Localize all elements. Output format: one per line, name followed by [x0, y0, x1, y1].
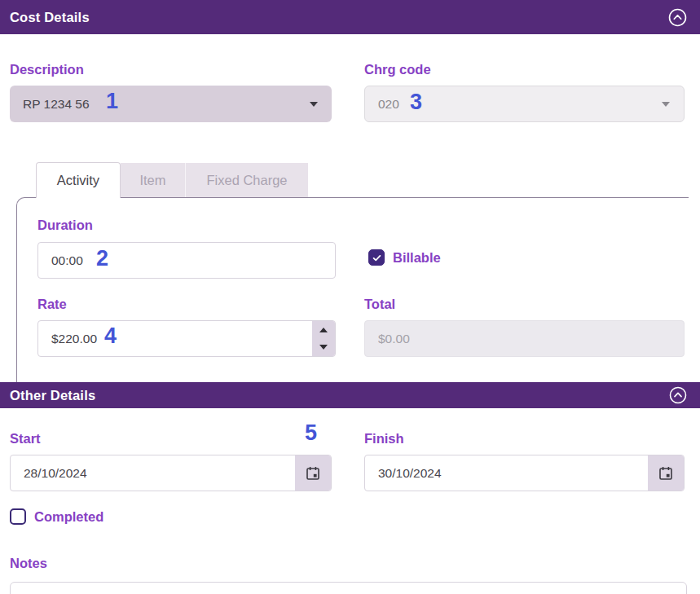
- completed-checkbox-row: Completed: [10, 508, 103, 525]
- notes-textarea[interactable]: [10, 582, 687, 594]
- description-label: Description: [10, 62, 84, 77]
- tab-item[interactable]: Item: [121, 163, 186, 197]
- annotation-mark-2: 2: [96, 248, 108, 270]
- finish-calendar-button[interactable]: [648, 455, 684, 491]
- start-date-value: 28/10/2024: [24, 455, 87, 491]
- description-value: RP 1234 56: [23, 97, 90, 112]
- calendar-icon: [305, 465, 321, 482]
- cost-details-title: Cost Details: [10, 10, 90, 25]
- annotation-mark-3: 3: [410, 91, 422, 113]
- other-details-section-header: Other Details: [0, 382, 700, 408]
- arrow-up-icon: [319, 328, 328, 332]
- notes-label: Notes: [10, 556, 47, 571]
- rate-spinner: [312, 321, 335, 356]
- other-details-title: Other Details: [10, 388, 95, 403]
- completed-label: Completed: [34, 509, 103, 525]
- collapse-chevron-icon[interactable]: [669, 386, 687, 404]
- annotation-mark-5: 5: [305, 422, 317, 444]
- annotation-mark-1: 1: [106, 90, 118, 112]
- completed-checkbox[interactable]: [10, 508, 26, 525]
- chevron-down-icon: [662, 102, 670, 107]
- collapse-chevron-icon[interactable]: [668, 8, 687, 27]
- spinner-up-button[interactable]: [312, 321, 335, 339]
- finish-date-value: 30/10/2024: [378, 455, 442, 491]
- annotation-mark-4: 4: [104, 325, 117, 347]
- chrg-code-label: Chrg code: [364, 62, 431, 77]
- finish-label: Finish: [364, 431, 404, 447]
- calendar-icon: [658, 465, 674, 482]
- chevron-down-icon: [310, 102, 318, 107]
- tab-activity[interactable]: Activity: [36, 162, 121, 198]
- cost-entry-form: Cost Details Description RP 1234 56 Chrg…: [0, 0, 700, 594]
- arrow-down-icon: [319, 345, 328, 350]
- start-label: Start: [10, 431, 41, 447]
- tab-content-panel-border: [16, 197, 689, 382]
- finish-date-field[interactable]: 30/10/2024: [364, 455, 685, 491]
- start-calendar-button[interactable]: [295, 455, 331, 491]
- chrg-code-value: 020: [378, 97, 399, 112]
- description-dropdown[interactable]: RP 1234 56: [10, 86, 332, 122]
- tab-fixed-charge[interactable]: Fixed Charge: [186, 163, 308, 197]
- spinner-down-button[interactable]: [312, 339, 335, 357]
- start-date-field[interactable]: 28/10/2024: [10, 455, 332, 491]
- cost-details-section-header: Cost Details: [0, 0, 700, 34]
